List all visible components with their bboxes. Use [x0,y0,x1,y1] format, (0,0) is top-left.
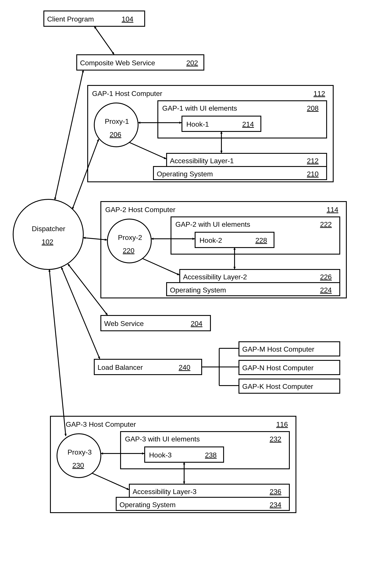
web-service-box: Web Service 204 [101,315,210,331]
svg-point-2 [13,199,83,270]
gap2-ui-num: 222 [320,220,332,228]
lb-host-m-label: GAP-M Host Computer [242,345,314,353]
gap3-os-label: Operating System [120,501,175,509]
gap3-proxy-label: Proxy-3 [67,448,92,456]
gap2-hook-label: Hook-2 [199,236,222,244]
lb-host-m: GAP-M Host Computer [239,342,340,356]
load-balancer-num: 240 [179,363,190,371]
gap3-acc-label: Accessibility Layer-3 [133,488,197,495]
arrow-composite-dispatcher [55,70,83,200]
client-program-label: Client Program [47,15,94,23]
gap3-host-num: 116 [276,420,288,428]
gap3-acc-num: 236 [270,488,281,495]
gap1-ui-num: 208 [307,104,318,112]
gap1-os-label: Operating System [157,170,213,178]
gap1-host-label: GAP-1 Host Computer [92,90,162,97]
gap1-acc-num: 212 [307,157,318,165]
gap2-acc-label: Accessibility Layer-2 [183,273,247,281]
gap3-os-num: 234 [270,501,281,509]
dispatcher-circle: Dispatcher 102 [13,199,83,270]
load-balancer-label: Load Balancer [98,363,143,371]
gap1-os-num: 210 [307,170,318,178]
gap2-proxy-label: Proxy-2 [118,233,142,242]
gap3-ui-label: GAP-3 with UI elements [125,435,200,443]
gap2-os-num: 224 [320,286,332,294]
gap1-host-num: 112 [314,90,325,97]
lb-host-n: GAP-N Host Computer [239,360,340,375]
gap3-hook-label: Hook-3 [149,451,172,459]
dispatcher-num: 102 [42,238,53,246]
composite-web-box: Composite Web Service 202 [77,55,204,70]
composite-web-num: 202 [186,59,198,67]
arrow-client-composite [94,26,114,54]
gap3-ui-num: 232 [270,435,281,443]
lb-host-n-label: GAP-N Host Computer [242,364,314,372]
web-service-num: 204 [191,320,202,327]
gap1-hook-num: 214 [242,120,254,128]
gap2-proxy-num: 220 [123,247,134,255]
composite-web-label: Composite Web Service [80,59,155,67]
gap2-acc-num: 226 [320,273,332,281]
gap2-hook-num: 228 [255,236,267,244]
gap3-host-group: GAP-3 Host Computer 116 Proxy-3 230 GAP-… [50,416,296,513]
dispatcher-label: Dispatcher [32,225,65,233]
client-program-box: Client Program 104 [44,11,145,26]
lb-host-k-label: GAP-K Host Computer [242,382,313,390]
gap2-ui-label: GAP-2 with UI elements [175,220,250,228]
gap2-host-num: 114 [327,206,338,214]
gap2-host-group: GAP-2 Host Computer 114 Proxy-2 220 GAP-… [101,201,346,298]
gap3-hook-num: 238 [205,451,217,459]
client-program-num: 104 [122,15,133,23]
gap2-os-label: Operating System [170,286,226,294]
gap3-proxy-num: 230 [72,461,84,469]
gap2-host-label: GAP-2 Host Computer [105,206,175,214]
gap1-ui-label: GAP-1 with UI elements [162,104,237,112]
gap1-proxy-label: Proxy-1 [105,117,129,125]
arrow-dispatcher-gap3 [49,270,66,436]
load-balancer-box: Load Balancer 240 [94,359,202,375]
web-service-label: Web Service [104,320,144,327]
gap1-hook-label: Hook-1 [186,120,209,128]
gap1-host-group: GAP-1 Host Computer 112 Proxy-1 206 GAP-… [88,85,333,182]
lb-host-k: GAP-K Host Computer [239,379,340,393]
gap1-proxy-num: 206 [109,131,121,138]
gap3-host-label: GAP-3 Host Computer [66,420,136,428]
gap1-acc-label: Accessibility Layer-1 [170,157,234,165]
